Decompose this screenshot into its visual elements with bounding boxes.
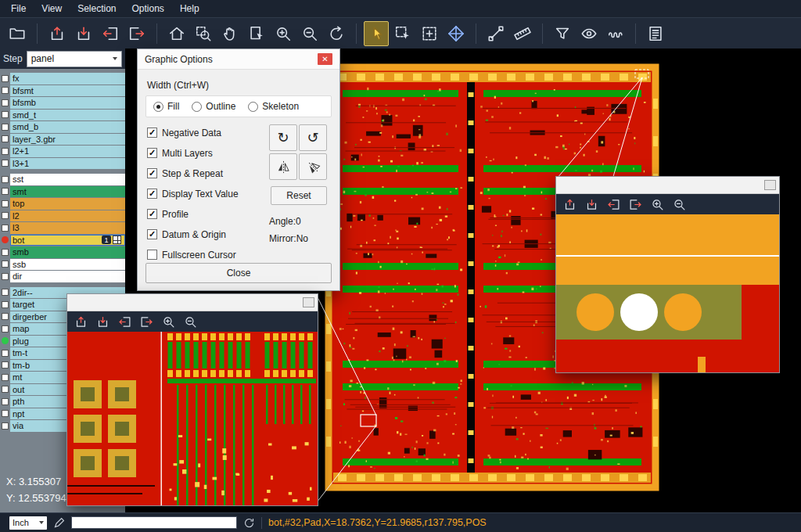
layer-row-l3+1[interactable]: l3+1 xyxy=(0,158,125,170)
open-folder-button[interactable] xyxy=(5,21,30,46)
export-button[interactable] xyxy=(625,195,645,214)
mirror-diagonal-button[interactable] xyxy=(299,153,327,180)
mirror-horizontal-button[interactable] xyxy=(269,153,297,180)
download-button[interactable] xyxy=(92,312,113,331)
home-view-button[interactable] xyxy=(164,21,189,46)
fill-mode-fill[interactable]: Fill xyxy=(153,101,179,112)
zoom-previous-button[interactable] xyxy=(324,21,349,46)
close-button[interactable]: Close xyxy=(145,263,332,283)
rotate-cw-button[interactable]: ↻ xyxy=(269,124,297,151)
layer-visibility-checkbox[interactable] xyxy=(2,410,9,417)
upload-button[interactable] xyxy=(70,312,91,331)
unit-select[interactable]: Inch xyxy=(9,516,47,530)
menu-options[interactable]: Options xyxy=(124,1,172,16)
marquee-select-button[interactable] xyxy=(390,21,415,46)
layer-visibility-checkbox[interactable] xyxy=(2,398,9,405)
export-button[interactable] xyxy=(124,21,149,46)
layer-visibility-checkbox[interactable] xyxy=(2,99,9,106)
layer-visibility-checkbox[interactable] xyxy=(2,135,9,142)
layer-row-smd_b[interactable]: smd_b xyxy=(0,121,125,133)
refresh-icon[interactable] xyxy=(243,517,255,529)
upload-button[interactable] xyxy=(45,21,70,46)
layer-visibility-checkbox[interactable] xyxy=(2,325,9,332)
magnifier-right-view[interactable] xyxy=(556,214,779,372)
layer-visibility-checkbox[interactable] xyxy=(2,261,9,268)
layer-visibility-checkbox[interactable] xyxy=(2,374,9,381)
menu-file[interactable]: File xyxy=(3,1,34,16)
layer-visibility-checkbox[interactable] xyxy=(2,273,9,280)
ruler-button[interactable] xyxy=(510,21,535,46)
layer-row-l2[interactable]: l2 xyxy=(0,210,125,222)
pointer-button[interactable] xyxy=(364,21,389,46)
layer-visibility-checkbox[interactable] xyxy=(2,160,9,167)
layer-visibility-checkbox[interactable] xyxy=(2,188,9,195)
rotate-ccw-button[interactable]: ↺ xyxy=(299,124,327,151)
menu-view[interactable]: View xyxy=(34,1,70,16)
layer-visibility-checkbox[interactable] xyxy=(2,75,9,82)
command-input[interactable] xyxy=(71,516,237,529)
layer-row-sst[interactable]: sst xyxy=(0,174,125,185)
layer-row-l3[interactable]: l3 xyxy=(0,222,125,234)
reset-button[interactable]: Reset xyxy=(271,186,327,205)
layer-visibility-checkbox[interactable] xyxy=(2,249,9,256)
visibility-button[interactable] xyxy=(577,21,602,46)
magnifier-left-title-bar[interactable] xyxy=(67,294,318,311)
layer-visibility-checkbox[interactable] xyxy=(2,212,9,219)
option-datum-origin[interactable]: Datum & Origin xyxy=(147,229,239,239)
layer-row-bot[interactable]: bot1 xyxy=(0,235,125,246)
layer-row-dir[interactable]: dir xyxy=(0,271,125,282)
fill-mode-outline[interactable]: Outline xyxy=(192,101,235,112)
upload-button[interactable] xyxy=(559,195,580,214)
group-select-button[interactable] xyxy=(417,21,442,46)
zoom-window-button[interactable] xyxy=(191,21,216,46)
import-button[interactable] xyxy=(114,312,135,331)
layer-visibility-checkbox[interactable] xyxy=(2,301,9,308)
zoom-out-button[interactable] xyxy=(669,195,689,214)
layer-row-bfsmt[interactable]: bfsmt xyxy=(0,85,125,97)
option-step-repeat[interactable]: Step & Repeat xyxy=(147,168,239,178)
layer-row-bfsmb[interactable]: bfsmb xyxy=(0,97,125,109)
zoom-in-button[interactable] xyxy=(647,195,667,214)
layer-row-l2+1[interactable]: l2+1 xyxy=(0,146,125,157)
layer-visibility-checkbox[interactable] xyxy=(2,225,9,232)
layer-visibility-checkbox[interactable] xyxy=(2,422,9,430)
zoom-out-button[interactable] xyxy=(297,21,322,46)
fill-mode-skeleton[interactable]: Skeleton xyxy=(248,101,299,112)
dialog-title-bar[interactable]: Graphic Options ✕ xyxy=(138,49,339,70)
align-button[interactable] xyxy=(444,21,469,46)
option-negative-data[interactable]: Negative Data xyxy=(147,128,239,138)
close-icon[interactable]: ✕ xyxy=(318,53,332,65)
magnifier-left-view[interactable] xyxy=(67,332,318,505)
magnifier-right-title-bar[interactable] xyxy=(556,177,779,194)
layer-visibility-checkbox[interactable] xyxy=(2,200,9,207)
zoom-in-button[interactable] xyxy=(271,21,296,46)
layer-row-ssb[interactable]: ssb xyxy=(0,259,125,271)
layer-visibility-checkbox[interactable] xyxy=(2,148,9,155)
download-button[interactable] xyxy=(581,195,602,214)
zoom-in-button[interactable] xyxy=(158,312,178,331)
layer-row-layer_3.gbr[interactable]: layer_3.gbr xyxy=(0,134,125,146)
import-button[interactable] xyxy=(98,21,123,46)
layer-row-fx[interactable]: fx xyxy=(0,73,125,84)
window-button-icon[interactable] xyxy=(303,297,314,307)
select-sheet-button[interactable] xyxy=(244,21,269,46)
layer-visibility-checkbox[interactable] xyxy=(2,350,9,357)
filter-button[interactable] xyxy=(550,21,575,46)
report-button[interactable] xyxy=(643,21,668,46)
layer-visibility-checkbox[interactable] xyxy=(2,176,9,183)
layer-visibility-checkbox[interactable] xyxy=(2,289,9,296)
layer-visibility-checkbox[interactable] xyxy=(2,124,9,131)
step-select[interactable]: panel xyxy=(27,51,122,67)
option-display-text-value[interactable]: Display Text Value xyxy=(147,189,239,199)
option-multi-layers[interactable]: Multi Layers xyxy=(147,148,239,158)
export-button[interactable] xyxy=(136,312,156,331)
zoom-out-button[interactable] xyxy=(180,312,200,331)
layer-row-smt[interactable]: smt xyxy=(0,186,125,198)
layer-visibility-checkbox[interactable] xyxy=(2,111,9,118)
menu-selection[interactable]: Selection xyxy=(70,1,124,16)
layer-visibility-checkbox[interactable] xyxy=(2,313,9,320)
window-button-icon[interactable] xyxy=(764,180,776,190)
layer-row-smd_t[interactable]: smd_t xyxy=(0,110,125,121)
option-profile[interactable]: Profile xyxy=(147,209,239,219)
layer-row-smb[interactable]: smb xyxy=(0,246,125,258)
